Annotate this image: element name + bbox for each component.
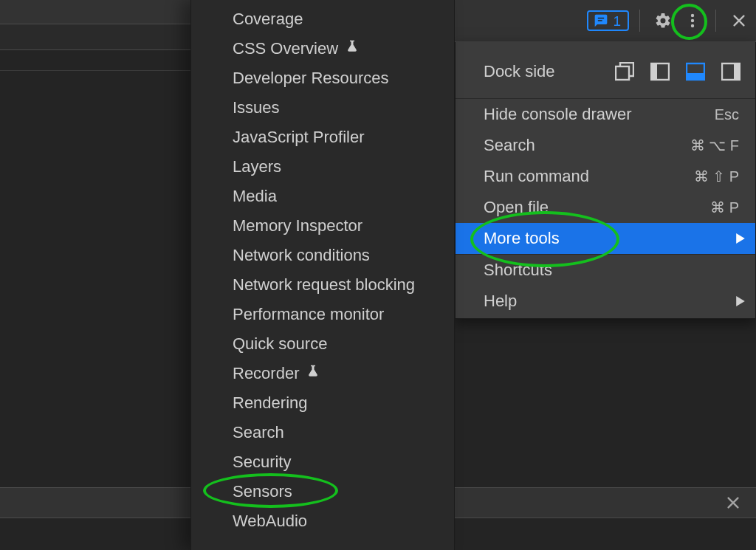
settings-button[interactable]	[650, 8, 676, 33]
close-drawer-button[interactable]	[721, 490, 746, 515]
tabs-strip	[0, 0, 190, 24]
submenu-item-issues[interactable]: Issues	[191, 93, 454, 123]
issues-badge[interactable]: 1	[587, 10, 629, 31]
svg-point-4	[691, 24, 694, 27]
submenu-item-rendering[interactable]: Rendering	[191, 388, 454, 418]
submenu-item-webaudio[interactable]: WebAudio	[191, 506, 454, 536]
submenu-item-label: Memory Inspector	[233, 216, 362, 236]
svg-point-2	[691, 14, 694, 17]
menu-item-label: More tools	[484, 229, 560, 248]
submenu-item-javascript-profiler[interactable]: JavaScript Profiler	[191, 123, 454, 152]
undock-icon	[615, 62, 634, 81]
submenu-item-label: Security	[233, 453, 291, 472]
menu-item-help[interactable]: Help	[456, 286, 755, 317]
main-menu: Dock side	[455, 42, 756, 319]
svg-rect-9	[687, 73, 704, 80]
chat-icon	[594, 13, 608, 28]
menu-item-label: Open file	[484, 198, 549, 217]
subtoolbar-strip	[0, 50, 190, 71]
submenu-item-developer-resources[interactable]: Developer Resources	[191, 63, 454, 93]
experimental-icon	[346, 39, 359, 54]
submenu-item-search[interactable]: Search	[191, 418, 454, 447]
devtools-main-toolbar: 1	[455, 0, 756, 42]
more-tools-submenu: CoverageCSS OverviewDeveloper ResourcesI…	[190, 0, 455, 550]
submenu-item-label: Network request blocking	[233, 275, 415, 295]
submenu-item-coverage[interactable]: Coverage	[191, 4, 454, 34]
close-icon	[731, 13, 747, 29]
submenu-item-security[interactable]: Security	[191, 447, 454, 477]
experimental-icon	[306, 364, 320, 379]
submenu-item-recorder[interactable]: Recorder	[191, 359, 454, 388]
menu-item-label: Shortcuts	[484, 261, 552, 280]
submenu-item-label: Layers	[233, 157, 281, 176]
menu-item-shortcut: Esc	[715, 106, 739, 123]
submenu-item-sensors[interactable]: Sensors	[191, 477, 454, 506]
toolbar-separator	[715, 10, 716, 32]
experimental-badge	[306, 364, 320, 383]
submenu-item-network-conditions[interactable]: Network conditions	[191, 241, 454, 270]
svg-rect-11	[734, 63, 740, 80]
menu-item-shortcut: ⌘ ⌥ F	[690, 137, 739, 154]
submenu-item-css-overview[interactable]: CSS Overview	[191, 34, 454, 63]
dock-right-icon	[721, 62, 740, 81]
submenu-indicator	[736, 292, 745, 311]
svg-point-3	[691, 19, 694, 22]
submenu-item-label: CSS Overview	[233, 39, 338, 58]
svg-rect-5	[616, 66, 629, 80]
menu-item-shortcuts[interactable]: Shortcuts	[456, 255, 755, 286]
dock-bottom-icon	[686, 62, 705, 81]
svg-rect-1	[598, 20, 602, 21]
menu-item-label: Help	[484, 292, 517, 311]
menu-item-open-file[interactable]: Open file⌘ P	[456, 192, 755, 223]
dock-right-button[interactable]	[720, 61, 742, 83]
submenu-item-media[interactable]: Media	[191, 182, 454, 211]
chevron-right-icon	[736, 233, 745, 244]
submenu-item-quick-source[interactable]: Quick source	[191, 329, 454, 359]
close-icon	[725, 495, 741, 511]
submenu-indicator	[736, 229, 745, 248]
submenu-item-performance-monitor[interactable]: Performance monitor	[191, 300, 454, 329]
menu-item-shortcut: ⌘ ⇧ P	[694, 168, 739, 185]
toolbar-separator	[639, 10, 640, 32]
experimental-badge	[346, 39, 359, 58]
dock-side-row: Dock side	[456, 45, 755, 98]
dock-bottom-button[interactable]	[684, 61, 707, 83]
submenu-item-label: Search	[233, 423, 284, 442]
drawer-toolbar-left	[0, 487, 190, 518]
dock-left-button[interactable]	[649, 61, 671, 83]
menu-item-more-tools[interactable]: More tools	[456, 223, 755, 254]
chevron-right-icon	[736, 296, 745, 306]
submenu-item-label: Network conditions	[233, 246, 370, 265]
more-options-button[interactable]	[680, 8, 705, 33]
submenu-item-label: Coverage	[233, 10, 303, 29]
gear-icon	[654, 12, 672, 30]
submenu-item-layers[interactable]: Layers	[191, 152, 454, 182]
menu-item-search[interactable]: Search⌘ ⌥ F	[456, 130, 755, 161]
menu-item-label: Search	[484, 136, 535, 155]
menu-item-label: Hide console drawer	[484, 105, 632, 124]
dock-undock-button[interactable]	[614, 61, 636, 83]
submenu-item-label: Rendering	[233, 393, 308, 413]
submenu-item-network-request-blocking[interactable]: Network request blocking	[191, 270, 454, 300]
submenu-item-label: Media	[233, 187, 277, 206]
drawer-toolbar	[455, 487, 756, 518]
submenu-item-label: JavaScript Profiler	[233, 128, 365, 147]
panel-background	[0, 71, 190, 550]
submenu-item-label: Performance monitor	[233, 305, 384, 324]
submenu-item-memory-inspector[interactable]: Memory Inspector	[191, 211, 454, 241]
menu-item-label: Run command	[484, 167, 589, 186]
svg-rect-7	[651, 63, 657, 80]
menu-item-run-command[interactable]: Run command⌘ ⇧ P	[456, 161, 755, 192]
menu-item-hide-console-drawer[interactable]: Hide console drawerEsc	[456, 99, 755, 130]
menu-item-shortcut: ⌘ P	[710, 199, 739, 216]
vertical-dots-icon	[684, 12, 701, 30]
dock-left-icon	[650, 62, 670, 81]
toolbar-strip	[0, 24, 190, 50]
close-devtools-button[interactable]	[726, 8, 752, 33]
dock-side-options	[614, 61, 742, 83]
submenu-item-label: WebAudio	[233, 512, 307, 531]
submenu-item-label: Developer Resources	[233, 69, 389, 88]
submenu-item-label: Quick source	[233, 334, 327, 354]
submenu-item-label: Recorder	[233, 364, 299, 383]
submenu-item-label: Issues	[233, 98, 280, 117]
